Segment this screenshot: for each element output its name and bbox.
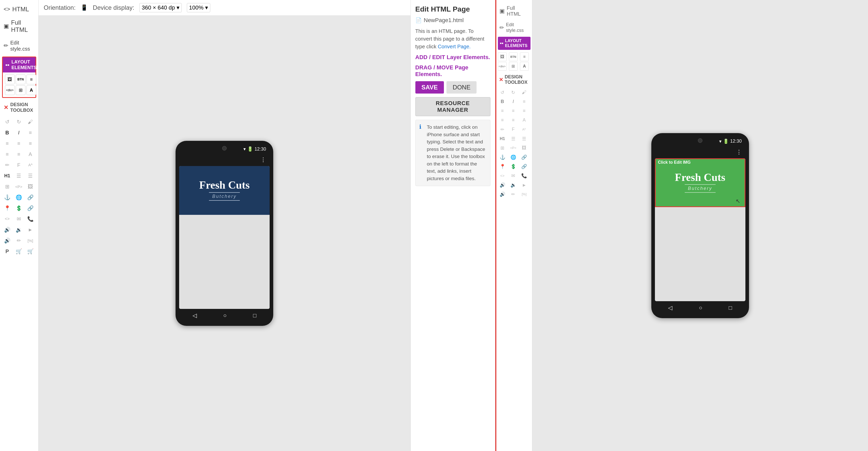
rll-item-edit-css[interactable]: ✏ Editstyle.css (496, 20, 532, 36)
toolbox-ul[interactable]: ☰ (14, 171, 23, 181)
rll-tb-fc[interactable]: A (520, 116, 528, 124)
rll-tb-brush[interactable]: 🖌 (520, 88, 528, 97)
rll-icon-table[interactable]: ⊞ (509, 62, 518, 71)
click-to-edit-badge[interactable]: Click to Edit IMG (656, 159, 693, 165)
nav-home-icon[interactable]: ○ (223, 312, 226, 319)
rll-tb-ir[interactable]: ≡ (509, 116, 518, 124)
toolbox-align[interactable]: ≡ (26, 128, 35, 137)
rll-tb-pencil[interactable]: ✏ (498, 125, 506, 134)
sidebar-item-full-html[interactable]: ▣ Full HTML (0, 16, 38, 36)
toolbox-table2[interactable]: ⊞ (3, 182, 12, 191)
phone-screen-right[interactable]: Fresh Cuts Butchery Click to Edit IMG ↖ (655, 158, 745, 301)
layout-icon-div[interactable]: <div> (5, 85, 14, 95)
rll-tb-yt[interactable]: ▶ (520, 181, 528, 189)
rll-icon-image[interactable]: 🖼 (498, 53, 506, 61)
rll-tb-map[interactable]: ⚓ (498, 153, 506, 161)
rll-tb-ol[interactable]: ☰ (520, 135, 528, 143)
rll-tb-undo[interactable]: ↺ (498, 88, 506, 97)
rll-tb-ar[interactable]: ≡ (520, 107, 528, 115)
rll-design-header[interactable]: ✕ DESIGNTOOLBOX (496, 72, 532, 87)
toolbox-font-size[interactable]: Aᴬ (26, 160, 35, 170)
rll-tb-vol[interactable]: 🔉 (509, 181, 518, 189)
sidebar-item-edit-css[interactable]: ✏ Editstyle.css (0, 36, 38, 55)
toolbox-align-center[interactable]: ≡ (14, 139, 23, 148)
nav-back-icon-2[interactable]: ◁ (668, 304, 673, 311)
toolbox-link[interactable]: 🔗 (26, 193, 35, 202)
rll-tb-audio[interactable]: 🔊 (498, 190, 506, 198)
toolbox-bold[interactable]: B (3, 128, 12, 137)
drag-move-link[interactable]: DRAG / MOVE Page Elements. (415, 64, 490, 77)
toolbox-font[interactable]: F (14, 160, 23, 170)
toolbox-code[interactable]: <> (3, 214, 12, 224)
toolbox-phone[interactable]: 📞 (26, 214, 35, 224)
toolbox-align-right[interactable]: ≡ (26, 139, 35, 148)
toolbox-indent-left[interactable]: ≡ (3, 150, 12, 159)
toolbox-cart2[interactable]: 🛒 (26, 247, 35, 256)
rll-tb-email[interactable]: ✉ (509, 172, 518, 180)
rll-tb-bold[interactable]: B (498, 98, 506, 106)
rll-tb-al[interactable]: ≡ (498, 107, 506, 115)
phone-app-bar-2[interactable]: ⋮ (655, 146, 745, 158)
rll-tb-phone[interactable]: 📞 (520, 172, 528, 180)
convert-page-link[interactable]: Convert Page. (438, 44, 471, 49)
toolbox-edit[interactable]: ✏ (14, 236, 23, 245)
phone-app-bar[interactable]: ⋮ (179, 154, 270, 166)
toolbox-pencil[interactable]: ✏ (3, 160, 12, 170)
rll-tb-ac[interactable]: ≡ (509, 107, 518, 115)
layout-icon-table[interactable]: ⊞ (16, 85, 26, 95)
rll-tb-loc[interactable]: 📍 (498, 162, 506, 171)
toolbox-percent[interactable]: [%] (26, 236, 35, 245)
layout-icon-text[interactable]: A (27, 85, 36, 95)
rll-icon-text[interactable]: A (520, 62, 529, 71)
design-toolbox-header[interactable]: ✕ DESIGNTOOLBOX (0, 99, 38, 116)
rll-tb-sound[interactable]: 🔊 (498, 181, 506, 189)
layout-icon-list[interactable]: ≡ (27, 74, 36, 84)
toolbox-location[interactable]: 📍 (3, 203, 12, 213)
toolbox-map[interactable]: ⚓ (3, 193, 12, 202)
done-button[interactable]: DONE (446, 81, 476, 94)
toolbox-audio[interactable]: 🔊 (3, 236, 12, 245)
rll-tb-ul[interactable]: ☰ (509, 135, 518, 143)
rll-tb-font[interactable]: F (509, 125, 518, 134)
toolbox-globe[interactable]: 🌐 (14, 193, 23, 202)
toolbox-volume[interactable]: 🔉 (14, 225, 23, 234)
rll-icon-button[interactable]: BTN (509, 53, 518, 61)
toolbox-redo[interactable]: ↻ (14, 117, 23, 126)
toolbox-align-left[interactable]: ≡ (3, 139, 12, 148)
rll-tb-img[interactable]: 🖼 (520, 144, 528, 152)
layout-icon-image[interactable]: 🖼 (5, 74, 14, 84)
phone-header-banner-green[interactable]: Fresh Cuts Butchery (655, 158, 745, 207)
menu-dots-icon-2[interactable]: ⋮ (736, 149, 742, 156)
toolbox-ol[interactable]: ☰ (26, 171, 35, 181)
layout-elements-header[interactable]: ▪▪ LAYOUTELEMENTS (3, 57, 35, 72)
rll-tb-il[interactable]: ≡ (498, 116, 506, 124)
selected-image-container[interactable]: Fresh Cuts Butchery Click to Edit IMG ↖ (655, 158, 745, 207)
rll-tb-edit[interactable]: ✏ (509, 190, 518, 198)
rll-tb-globe[interactable]: 🌐 (509, 153, 518, 161)
toolbox-h1[interactable]: H1 (3, 171, 12, 181)
toolbox-paragraph[interactable]: <P> (14, 182, 23, 191)
rll-tb-pct[interactable]: [%] (520, 190, 528, 198)
rll-tb-fontsize[interactable]: Aᴬ (520, 125, 528, 134)
menu-dots-icon[interactable]: ⋮ (260, 157, 266, 163)
toolbox-font-color[interactable]: A (26, 150, 35, 159)
toolbox-sound[interactable]: 🔊 (3, 225, 12, 234)
sidebar-item-html[interactable]: <> HTML (0, 3, 38, 16)
toolbox-youtube[interactable]: ▶ (26, 225, 35, 234)
device-display-select[interactable]: 360 × 640 dp ▾ (139, 3, 182, 12)
nav-back-icon[interactable]: ◁ (192, 312, 197, 319)
rll-icon-div[interactable]: <div> (498, 62, 506, 71)
phone-screen[interactable]: Fresh Cuts Butchery (179, 166, 270, 309)
phone-header-banner[interactable]: Fresh Cuts Butchery (179, 166, 270, 215)
toolbox-dollar[interactable]: 💲 (14, 203, 23, 213)
toolbox-email[interactable]: ✉ (14, 214, 23, 224)
rll-tb-link2[interactable]: 🔗 (520, 162, 528, 171)
layout-icon-button[interactable]: BTN (16, 74, 26, 84)
toolbox-brush[interactable]: 🖌 (26, 117, 35, 126)
rll-item-full-html[interactable]: ▣ Full HTML (496, 3, 532, 20)
resource-manager-button[interactable]: RESOURCE MANAGER (415, 97, 490, 116)
toolbox-image2[interactable]: 🖼 (26, 182, 35, 191)
nav-recent-icon-2[interactable]: □ (729, 304, 732, 311)
rll-tb-link[interactable]: 🔗 (520, 153, 528, 161)
zoom-select[interactable]: 100% ▾ (187, 3, 210, 12)
